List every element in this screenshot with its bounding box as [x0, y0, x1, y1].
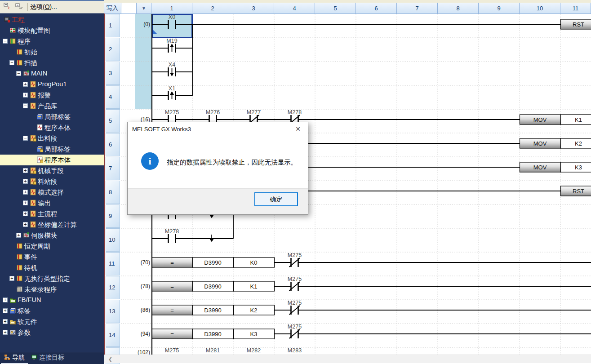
instruction-RST[interactable]: RST: [561, 19, 591, 29]
expand-icon[interactable]: +: [23, 222, 28, 227]
instruction-MOV[interactable]: MOV: [520, 138, 561, 148]
row-header-2[interactable]: 2: [106, 38, 120, 61]
panel-tab-导航[interactable]: 导航: [1, 352, 28, 364]
contact-M275-nc[interactable]: M275: [288, 324, 302, 338]
instruction-K3[interactable]: K3: [234, 329, 275, 339]
instruction-K3[interactable]: K3: [561, 162, 591, 172]
tree-item-伺服模块[interactable]: +伺服模块: [0, 230, 104, 241]
instruction-K1[interactable]: K1: [561, 115, 591, 124]
tree-item-程序本体[interactable]: 程序本体: [0, 122, 104, 133]
tree-item-未登录程序[interactable]: 未登录程序: [0, 284, 104, 295]
options-menu[interactable]: 选项(O)...: [30, 3, 57, 11]
row-header-6[interactable]: 6: [106, 133, 120, 156]
contact-M275-nc[interactable]: M275: [288, 276, 302, 291]
tree-item-事件[interactable]: 事件: [0, 252, 104, 262]
expand-icon[interactable]: +: [23, 82, 28, 87]
tree-item-初始[interactable]: 初始: [0, 47, 104, 58]
tree-item-FB/FUN[interactable]: +FB/FUN: [0, 295, 104, 306]
expand-icon[interactable]: +: [3, 308, 8, 313]
collapse-icon[interactable]: −: [9, 60, 14, 65]
tree-item-程序本体[interactable]: 程序本体: [0, 155, 104, 165]
instruction-=[interactable]: =: [152, 329, 193, 339]
tree-item-软元件[interactable]: +软元件: [0, 316, 104, 327]
instruction-D3990[interactable]: D3990: [193, 257, 234, 267]
tree-item-产品库[interactable]: −产品库: [0, 101, 104, 111]
tree-item-无执行类型指定[interactable]: +无执行类型指定: [0, 273, 104, 284]
expand-icon[interactable]: +: [16, 233, 21, 238]
header-dropdown[interactable]: ▼: [137, 3, 151, 13]
scroll-left-icon[interactable]: ❮: [108, 356, 112, 362]
instruction-D3990[interactable]: D3990: [193, 281, 234, 291]
row-header-14[interactable]: 14: [106, 324, 120, 347]
expand-icon[interactable]: +: [23, 179, 28, 184]
instruction-RST[interactable]: RST: [561, 186, 591, 196]
row-header-5[interactable]: 5: [106, 109, 120, 133]
instruction-MOV[interactable]: MOV: [520, 115, 561, 124]
tree-item-机械手段[interactable]: +机械手段: [0, 165, 104, 176]
tree-item-模块配置图[interactable]: 模块配置图: [0, 25, 104, 36]
tree-item-标签[interactable]: +标签: [0, 306, 104, 316]
row-header-10[interactable]: 10: [106, 228, 120, 252]
tree-item-料站段[interactable]: +料站段: [0, 176, 104, 187]
tree-item-ProgPou1[interactable]: +ProgPou1: [0, 79, 104, 90]
instruction-K2[interactable]: K2: [561, 138, 591, 148]
row-header-3[interactable]: 3: [106, 62, 120, 85]
expand-branch-button[interactable]: [13, 2, 25, 12]
row-header-7[interactable]: 7: [106, 157, 120, 180]
collapse-icon[interactable]: −: [23, 136, 28, 141]
close-icon[interactable]: ✕: [295, 125, 301, 133]
expand-icon[interactable]: +: [3, 319, 8, 324]
tree-item-参数[interactable]: +参数: [0, 327, 104, 338]
expand-icon[interactable]: +: [23, 93, 28, 98]
expand-icon[interactable]: +: [23, 190, 28, 195]
tree-item-待机[interactable]: 待机: [0, 262, 104, 273]
instruction-D3990[interactable]: D3990: [193, 329, 234, 339]
instruction-=[interactable]: =: [152, 305, 193, 315]
row-header-4[interactable]: 4: [106, 85, 120, 109]
collapse-icon[interactable]: −: [23, 103, 28, 108]
expand-icon[interactable]: +: [9, 276, 14, 281]
instruction-K1[interactable]: K1: [234, 281, 275, 291]
row-header-9[interactable]: 9: [106, 204, 120, 228]
contact-M275-nc[interactable]: M275: [288, 300, 302, 315]
instruction-D3990[interactable]: D3990: [193, 305, 234, 315]
instruction-=[interactable]: =: [152, 281, 193, 291]
instruction-MOV[interactable]: MOV: [520, 162, 561, 172]
contact-M275-nc[interactable]: M275: [288, 252, 302, 267]
ok-button[interactable]: 确定: [254, 192, 298, 206]
tree-item-模式选择[interactable]: +模式选择: [0, 187, 104, 198]
expand-icon[interactable]: +: [23, 168, 28, 173]
row-header-12[interactable]: 12: [106, 276, 120, 299]
row-header-8[interactable]: 8: [106, 181, 120, 204]
instruction-=[interactable]: =: [152, 257, 193, 267]
contact-X4-fp[interactable]: X4: [169, 62, 176, 76]
expand-icon[interactable]: +: [23, 211, 28, 216]
collapse-icon[interactable]: −: [16, 71, 21, 76]
tree-item-报警[interactable]: +报警: [0, 90, 104, 101]
row-header-13[interactable]: 13: [106, 300, 120, 323]
instruction-K2[interactable]: K2: [234, 305, 275, 315]
contact-X1-rp[interactable]: X1: [169, 85, 176, 100]
expand-icon[interactable]: +: [23, 200, 28, 205]
tree-item-局部标签[interactable]: 局部标签: [0, 111, 104, 122]
tree-item-坐标偏差计算[interactable]: +坐标偏差计算: [0, 219, 104, 230]
contact-M19-rp[interactable]: M19: [166, 38, 177, 53]
expand-icon[interactable]: +: [3, 297, 8, 302]
collapse-icon[interactable]: −: [3, 39, 8, 44]
tree-item-局部标签[interactable]: 局部标签: [0, 144, 104, 155]
contact-M278-no[interactable]: M278: [165, 228, 179, 243]
tree-item-出料段[interactable]: −出料段: [0, 133, 104, 144]
panel-tab-连接目标[interactable]: 连接目标: [28, 352, 67, 364]
row-header-1[interactable]: 1: [106, 14, 120, 37]
horizontal-scrollbar[interactable]: ❮: [104, 355, 591, 363]
tree-item-输出[interactable]: +输出: [0, 198, 104, 209]
tree-item-工程[interactable]: 工程: [0, 14, 104, 25]
expand-icon[interactable]: +: [3, 330, 8, 335]
tree-item-MAIN[interactable]: −MAIN: [0, 68, 104, 79]
tree-item-恒定周期[interactable]: 恒定周期: [0, 241, 104, 252]
collapse-all-button[interactable]: [2, 2, 13, 12]
row-header-11[interactable]: 11: [106, 252, 120, 275]
tree-item-主流程[interactable]: +主流程: [0, 209, 104, 219]
tree-item-程序[interactable]: −程序: [0, 36, 104, 47]
tree-item-扫描[interactable]: −扫描: [0, 58, 104, 68]
